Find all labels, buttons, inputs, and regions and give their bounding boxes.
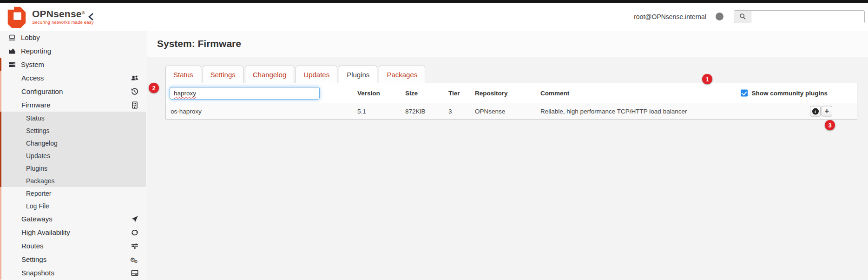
table-row[interactable]: os-haproxy 5.1 872KiB 3 OPNsense Reliabl… [166, 103, 857, 119]
show-community-plugins-label: Show community plugins [751, 90, 828, 97]
plugins-table-header: haproxy Version Size Tier Repository Com… [166, 83, 857, 103]
status-dot [716, 13, 723, 20]
refresh-icon [131, 229, 138, 236]
plus-icon: + [825, 107, 829, 114]
sidebar-item-firmware-plugins[interactable]: Plugins [0, 162, 146, 174]
sidebar-item-settings[interactable]: Settings ⚙⚙ [0, 253, 146, 266]
tab-status[interactable]: Status [165, 66, 201, 83]
plugin-size-cell: 872KiB [405, 108, 426, 115]
sidebar-item-lobby[interactable]: Lobby [0, 31, 146, 44]
brand-logo[interactable]: OPNsense® Securing networks made easy [0, 3, 146, 30]
location-arrow-icon [131, 215, 138, 223]
row-actions: i + [810, 106, 832, 117]
building-icon [131, 101, 138, 109]
sidebar-item-high-availability[interactable]: High Availability [0, 226, 146, 239]
annotation-badge-3: 3 [825, 120, 835, 130]
sidebar-item-firmware-packages[interactable]: Packages [0, 174, 146, 187]
logged-in-user: root@OPNsense.internal [634, 13, 706, 20]
opnsense-logo-icon [6, 5, 27, 29]
column-header-size[interactable]: Size [405, 90, 418, 97]
sidebar-item-configuration[interactable]: Configuration [0, 85, 146, 98]
info-icon: i [812, 108, 819, 114]
column-header-repository[interactable]: Repository [475, 90, 508, 97]
sidebar-item-firmware-changelog[interactable]: Changelog [0, 137, 146, 149]
plugin-info-button[interactable]: i [810, 106, 821, 117]
sidebar-item-firmware-reporter[interactable]: Reporter [0, 187, 146, 200]
gears-icon: ⚙⚙ [130, 256, 139, 262]
plugin-install-button[interactable]: + [822, 106, 832, 117]
global-search-box [734, 10, 865, 23]
firmware-tabs: Status Settings Changelog Updates Plugin… [165, 65, 868, 83]
sliders-icon [131, 242, 138, 250]
sidebar-item-gateways[interactable]: Gateways [0, 212, 146, 226]
sidebar-item-firmware-logfile[interactable]: Log File [0, 200, 146, 212]
plugin-comment-cell: Reliable, high performance TCP/HTTP load… [540, 108, 687, 115]
plugins-panel: haproxy Version Size Tier Repository Com… [165, 83, 857, 120]
tab-settings[interactable]: Settings [203, 66, 243, 83]
brand-tagline: Securing networks made easy [32, 20, 94, 25]
global-search-input[interactable] [751, 11, 864, 23]
snapshot-drive-icon [131, 269, 138, 277]
sidebar-item-reporting[interactable]: Reporting [0, 44, 146, 58]
tab-changelog[interactable]: Changelog [245, 66, 295, 83]
server-icon [8, 61, 16, 68]
sidebar-item-system[interactable]: System [0, 58, 146, 71]
sidebar-collapse-chevron-icon[interactable] [87, 12, 96, 21]
sidebar-item-routes[interactable]: Routes [0, 239, 146, 253]
column-header-comment[interactable]: Comment [540, 90, 569, 97]
opnsense-app: OPNsense® Securing networks made easy ro… [0, 0, 868, 280]
page-title: System: Firmware [157, 38, 241, 49]
laptop-icon [8, 34, 16, 41]
plugin-name-cell: os-haproxy [171, 108, 202, 115]
area-chart-icon [8, 47, 16, 55]
tab-packages[interactable]: Packages [379, 66, 425, 83]
column-header-version[interactable]: Version [357, 90, 380, 97]
annotation-badge-1: 1 [702, 74, 712, 84]
tab-plugins[interactable]: Plugins [339, 66, 377, 83]
column-header-tier[interactable]: Tier [448, 90, 460, 97]
plugin-filter-input[interactable]: haproxy [170, 87, 320, 100]
plugin-version-cell: 5.1 [357, 108, 366, 115]
plugin-filter-value: haproxy [174, 90, 196, 97]
brand-registered-mark: ® [82, 10, 85, 15]
brand-name: OPNsense [32, 8, 82, 19]
sidebar-item-firmware-settings[interactable]: Settings [0, 124, 146, 137]
plugin-repository-cell: OPNsense [475, 108, 505, 115]
history-icon [131, 88, 138, 95]
sidebar-item-firmware-status[interactable]: Status [0, 112, 146, 124]
plugin-tier-cell: 3 [448, 108, 452, 115]
tab-updates[interactable]: Updates [296, 66, 337, 83]
show-community-plugins-toggle[interactable]: Show community plugins [741, 90, 828, 97]
search-icon [734, 11, 751, 23]
header-bar: OPNsense® Securing networks made easy ro… [0, 3, 868, 30]
sidebar-item-firmware[interactable]: Firmware [0, 98, 146, 112]
main-content: System: Firmware Status Settings Changel… [147, 31, 868, 280]
sidebar-item-access[interactable]: Access [0, 71, 146, 85]
sidebar-item-snapshots[interactable]: Snapshots [0, 266, 146, 280]
sidebar-item-firmware-updates[interactable]: Updates [0, 149, 146, 162]
checkbox-checked-icon[interactable] [741, 90, 748, 97]
page-header: System: Firmware [147, 31, 868, 57]
annotation-badge-2: 2 [149, 83, 159, 93]
users-icon [131, 74, 138, 82]
sidebar-nav: Lobby Reporting System Access Configurat… [0, 31, 146, 280]
